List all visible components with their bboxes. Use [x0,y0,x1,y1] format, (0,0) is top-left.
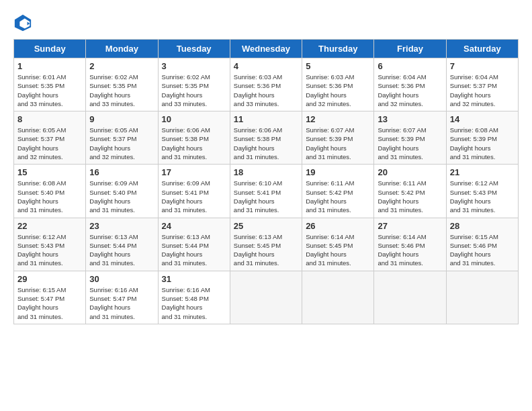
calendar-day-cell [230,271,302,324]
day-number: 8 [17,114,82,124]
calendar-day-cell: 17 Sunrise: 6:09 AM Sunset: 5:41 PM Dayl… [158,165,230,218]
day-number: 15 [17,167,82,177]
calendar-day-cell: 20 Sunrise: 6:11 AM Sunset: 5:42 PM Dayl… [374,165,446,218]
day-detail: Sunrise: 6:14 AM Sunset: 5:45 PM Dayligh… [306,232,370,268]
calendar-day-cell [374,271,446,324]
weekday-header: Wednesday [230,40,302,58]
weekday-header: Thursday [302,40,374,58]
calendar-week-row: 22 Sunrise: 6:12 AM Sunset: 5:43 PM Dayl… [14,218,519,271]
day-detail: Sunrise: 6:13 AM Sunset: 5:44 PM Dayligh… [162,232,226,268]
day-detail: Sunrise: 6:03 AM Sunset: 5:36 PM Dayligh… [234,73,298,108]
calendar-day-cell: 6 Sunrise: 6:04 AM Sunset: 5:36 PM Dayli… [374,58,446,111]
day-number: 25 [234,221,298,231]
calendar-day-cell: 26 Sunrise: 6:14 AM Sunset: 5:45 PM Dayl… [302,218,374,271]
day-detail: Sunrise: 6:13 AM Sunset: 5:45 PM Dayligh… [234,232,298,268]
calendar-day-cell: 3 Sunrise: 6:02 AM Sunset: 5:35 PM Dayli… [158,58,230,111]
calendar-day-cell: 19 Sunrise: 6:11 AM Sunset: 5:42 PM Dayl… [302,165,374,218]
day-number: 14 [450,114,515,124]
day-detail: Sunrise: 6:13 AM Sunset: 5:44 PM Dayligh… [89,232,154,268]
day-number: 6 [378,61,442,71]
day-detail: Sunrise: 6:05 AM Sunset: 5:37 PM Dayligh… [17,126,82,161]
calendar-day-cell: 27 Sunrise: 6:14 AM Sunset: 5:46 PM Dayl… [374,218,446,271]
day-number: 19 [306,167,370,177]
calendar-week-row: 29 Sunrise: 6:15 AM Sunset: 5:47 PM Dayl… [14,271,519,324]
day-number: 4 [234,61,298,71]
calendar-day-cell: 31 Sunrise: 6:16 AM Sunset: 5:48 PM Dayl… [158,271,230,324]
calendar-day-cell: 21 Sunrise: 6:12 AM Sunset: 5:43 PM Dayl… [446,165,518,218]
day-detail: Sunrise: 6:04 AM Sunset: 5:36 PM Dayligh… [378,73,442,108]
day-detail: Sunrise: 6:09 AM Sunset: 5:41 PM Dayligh… [162,179,226,214]
day-detail: Sunrise: 6:08 AM Sunset: 5:39 PM Dayligh… [450,126,515,161]
day-detail: Sunrise: 6:04 AM Sunset: 5:37 PM Dayligh… [450,73,515,108]
day-detail: Sunrise: 6:11 AM Sunset: 5:42 PM Dayligh… [378,179,442,214]
day-number: 10 [162,114,226,124]
calendar-day-cell: 22 Sunrise: 6:12 AM Sunset: 5:43 PM Dayl… [14,218,86,271]
calendar-day-cell: 12 Sunrise: 6:07 AM Sunset: 5:39 PM Dayl… [302,111,374,165]
day-detail: Sunrise: 6:15 AM Sunset: 5:46 PM Dayligh… [450,232,515,268]
weekday-header: Tuesday [158,40,230,58]
day-number: 9 [89,114,154,124]
day-number: 3 [162,61,226,71]
day-number: 7 [450,61,515,71]
logo-icon [13,13,32,32]
calendar-day-cell: 25 Sunrise: 6:13 AM Sunset: 5:45 PM Dayl… [230,218,302,271]
day-number: 16 [89,167,154,177]
day-number: 12 [306,114,370,124]
weekday-header: Friday [374,40,446,58]
calendar-week-row: 15 Sunrise: 6:08 AM Sunset: 5:40 PM Dayl… [14,165,519,218]
logo [13,13,35,32]
day-detail: Sunrise: 6:06 AM Sunset: 5:38 PM Dayligh… [234,126,298,161]
calendar-day-cell: 18 Sunrise: 6:10 AM Sunset: 5:41 PM Dayl… [230,165,302,218]
day-detail: Sunrise: 6:07 AM Sunset: 5:39 PM Dayligh… [306,126,370,161]
calendar-day-cell: 2 Sunrise: 6:02 AM Sunset: 5:35 PM Dayli… [86,58,158,111]
day-number: 11 [234,114,298,124]
calendar-day-cell: 10 Sunrise: 6:06 AM Sunset: 5:38 PM Dayl… [158,111,230,165]
calendar-day-cell: 15 Sunrise: 6:08 AM Sunset: 5:40 PM Dayl… [14,165,86,218]
day-number: 24 [162,221,226,231]
day-detail: Sunrise: 6:11 AM Sunset: 5:42 PM Dayligh… [306,179,370,214]
day-detail: Sunrise: 6:03 AM Sunset: 5:36 PM Dayligh… [306,73,370,108]
day-number: 1 [17,61,82,71]
day-number: 18 [234,167,298,177]
calendar-day-cell: 5 Sunrise: 6:03 AM Sunset: 5:36 PM Dayli… [302,58,374,111]
day-number: 26 [306,221,370,231]
calendar-week-row: 1 Sunrise: 6:01 AM Sunset: 5:35 PM Dayli… [14,58,519,111]
calendar-day-cell: 8 Sunrise: 6:05 AM Sunset: 5:37 PM Dayli… [14,111,86,165]
day-detail: Sunrise: 6:12 AM Sunset: 5:43 PM Dayligh… [17,232,82,268]
day-detail: Sunrise: 6:15 AM Sunset: 5:47 PM Dayligh… [17,285,82,321]
day-number: 29 [17,274,82,284]
day-detail: Sunrise: 6:12 AM Sunset: 5:43 PM Dayligh… [450,179,515,214]
day-number: 17 [162,167,226,177]
calendar-day-cell: 7 Sunrise: 6:04 AM Sunset: 5:37 PM Dayli… [446,58,518,111]
day-detail: Sunrise: 6:06 AM Sunset: 5:38 PM Dayligh… [162,126,226,161]
calendar-table: SundayMondayTuesdayWednesdayThursdayFrid… [13,39,519,324]
day-number: 30 [89,274,154,284]
calendar-day-cell [446,271,518,324]
day-detail: Sunrise: 6:01 AM Sunset: 5:35 PM Dayligh… [17,73,82,108]
day-detail: Sunrise: 6:08 AM Sunset: 5:40 PM Dayligh… [17,179,82,214]
day-detail: Sunrise: 6:10 AM Sunset: 5:41 PM Dayligh… [234,179,298,214]
calendar-day-cell [302,271,374,324]
calendar-day-cell: 9 Sunrise: 6:05 AM Sunset: 5:37 PM Dayli… [86,111,158,165]
weekday-header: Sunday [14,40,86,58]
calendar-day-cell: 24 Sunrise: 6:13 AM Sunset: 5:44 PM Dayl… [158,218,230,271]
weekday-header: Monday [86,40,158,58]
day-number: 5 [306,61,370,71]
day-detail: Sunrise: 6:02 AM Sunset: 5:35 PM Dayligh… [89,73,154,108]
day-number: 2 [89,61,154,71]
day-number: 21 [450,167,515,177]
calendar-day-cell: 30 Sunrise: 6:16 AM Sunset: 5:47 PM Dayl… [86,271,158,324]
day-detail: Sunrise: 6:05 AM Sunset: 5:37 PM Dayligh… [89,126,154,161]
day-number: 20 [378,167,442,177]
weekday-header-row: SundayMondayTuesdayWednesdayThursdayFrid… [14,40,519,58]
calendar-day-cell: 1 Sunrise: 6:01 AM Sunset: 5:35 PM Dayli… [14,58,86,111]
day-detail: Sunrise: 6:16 AM Sunset: 5:47 PM Dayligh… [89,285,154,321]
calendar-day-cell: 28 Sunrise: 6:15 AM Sunset: 5:46 PM Dayl… [446,218,518,271]
day-number: 28 [450,221,515,231]
calendar-day-cell: 16 Sunrise: 6:09 AM Sunset: 5:40 PM Dayl… [86,165,158,218]
calendar-day-cell: 4 Sunrise: 6:03 AM Sunset: 5:36 PM Dayli… [230,58,302,111]
calendar-day-cell: 14 Sunrise: 6:08 AM Sunset: 5:39 PM Dayl… [446,111,518,165]
day-detail: Sunrise: 6:16 AM Sunset: 5:48 PM Dayligh… [162,285,226,321]
calendar-day-cell: 29 Sunrise: 6:15 AM Sunset: 5:47 PM Dayl… [14,271,86,324]
day-number: 22 [17,221,82,231]
